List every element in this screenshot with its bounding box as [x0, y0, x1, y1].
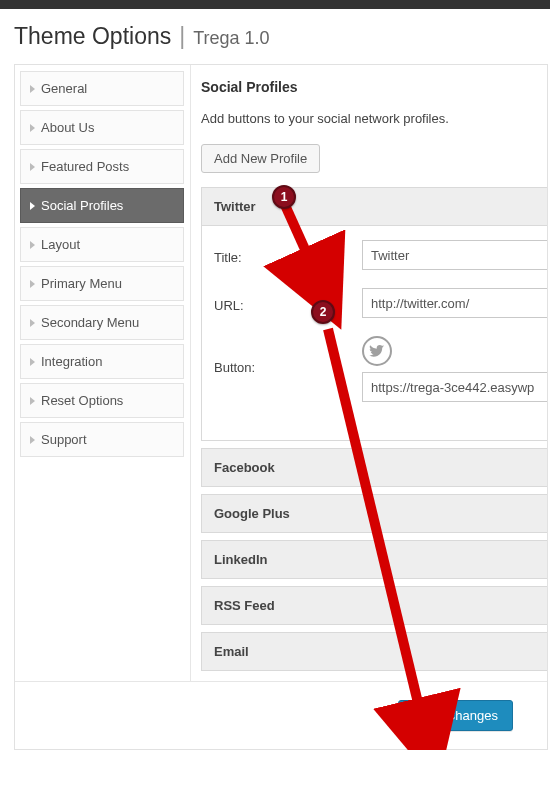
chevron-right-icon [30, 436, 35, 444]
sidebar-item-about-us[interactable]: About Us [20, 110, 184, 145]
field-label-url: URL: [214, 293, 362, 313]
twitter-icon [362, 336, 392, 366]
panel-header-facebook[interactable]: Facebook [201, 448, 547, 487]
window-topbar [0, 0, 550, 9]
save-changes-button[interactable]: Save Changes [398, 700, 513, 731]
field-label-title: Title: [214, 245, 362, 265]
title-divider: | [179, 23, 185, 50]
page-title: Theme Options | Trega 1.0 [14, 23, 550, 50]
sidebar-item-label: About Us [41, 120, 94, 135]
chevron-right-icon [30, 202, 35, 210]
annotation-badge-1: 1 [272, 185, 296, 209]
chevron-right-icon [30, 124, 35, 132]
sidebar-item-featured-posts[interactable]: Featured Posts [20, 149, 184, 184]
sidebar-item-label: Primary Menu [41, 276, 122, 291]
panel-header-rss-feed[interactable]: RSS Feed [201, 586, 547, 625]
sidebar-item-primary-menu[interactable]: Primary Menu [20, 266, 184, 301]
title-input[interactable] [362, 240, 547, 270]
theme-name: Trega 1.0 [193, 28, 269, 49]
sidebar-item-label: Secondary Menu [41, 315, 139, 330]
sidebar-item-label: Integration [41, 354, 102, 369]
sidebar-item-label: Social Profiles [41, 198, 123, 213]
sidebar-item-layout[interactable]: Layout [20, 227, 184, 262]
sidebar: General About Us Featured Posts Social P… [15, 65, 190, 681]
sidebar-item-label: Reset Options [41, 393, 123, 408]
chevron-right-icon [30, 241, 35, 249]
panel-header-google-plus[interactable]: Google Plus [201, 494, 547, 533]
chevron-right-icon [30, 358, 35, 366]
chevron-right-icon [30, 397, 35, 405]
panel-header-twitter[interactable]: Twitter [201, 187, 547, 226]
chevron-right-icon [30, 280, 35, 288]
panel-body-twitter: Title: URL: Button: [201, 226, 547, 441]
panel-header-email[interactable]: Email [201, 632, 547, 671]
sidebar-item-reset-options[interactable]: Reset Options [20, 383, 184, 418]
sidebar-item-integration[interactable]: Integration [20, 344, 184, 379]
chevron-right-icon [30, 163, 35, 171]
add-new-profile-button[interactable]: Add New Profile [201, 144, 320, 173]
sidebar-item-label: General [41, 81, 87, 96]
chevron-right-icon [30, 319, 35, 327]
panel-header-linkedin[interactable]: LinkedIn [201, 540, 547, 579]
button-url-input[interactable] [362, 372, 547, 402]
section-title: Social Profiles [201, 79, 547, 95]
sidebar-item-general[interactable]: General [20, 71, 184, 106]
field-label-button: Button: [214, 336, 362, 375]
url-input[interactable] [362, 288, 547, 318]
sidebar-item-label: Support [41, 432, 87, 447]
content-pane: Social Profiles Add buttons to your soci… [190, 65, 547, 681]
sidebar-item-label: Layout [41, 237, 80, 252]
sidebar-item-social-profiles[interactable]: Social Profiles [20, 188, 184, 223]
page-title-text: Theme Options [14, 23, 171, 50]
chevron-right-icon [30, 85, 35, 93]
annotation-badge-2: 2 [311, 300, 335, 324]
sidebar-item-secondary-menu[interactable]: Secondary Menu [20, 305, 184, 340]
footer-bar: Save Changes [15, 681, 547, 749]
sidebar-item-support[interactable]: Support [20, 422, 184, 457]
sidebar-item-label: Featured Posts [41, 159, 129, 174]
section-description: Add buttons to your social network profi… [201, 111, 547, 126]
